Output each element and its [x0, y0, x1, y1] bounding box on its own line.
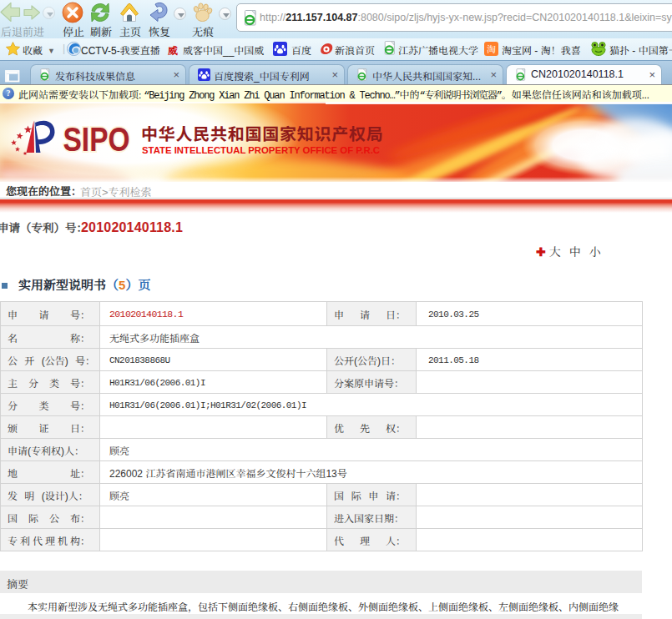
- svg-text:中华人民共和国国家知识产权局: 中华人民共和国国家知识产权局: [141, 121, 384, 145]
- svg-text:淘: 淘: [487, 42, 496, 55]
- svg-text:STATE INTELLECTUAL PROPERTY OF: STATE INTELLECTUAL PROPERTY OFFICE OF P.…: [142, 145, 380, 155]
- svg-text:SIPO: SIPO: [63, 121, 130, 158]
